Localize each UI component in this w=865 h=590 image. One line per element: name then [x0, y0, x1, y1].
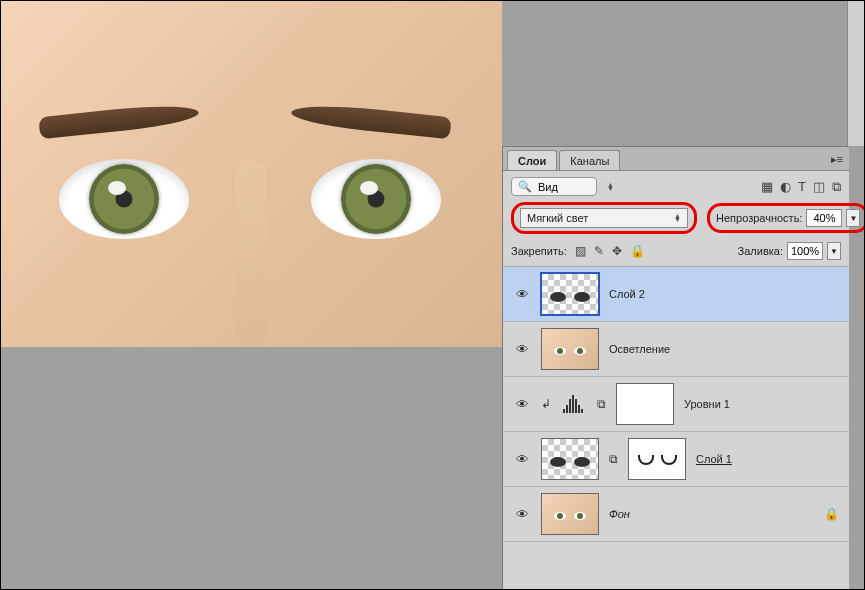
- fill-input[interactable]: [787, 242, 823, 260]
- search-icon: 🔍: [518, 180, 532, 193]
- tab-channels[interactable]: Каналы: [559, 150, 620, 170]
- adjustment-icons: ↲ ⧉: [541, 395, 606, 413]
- panel-dock-strip: [847, 1, 864, 146]
- layer-name[interactable]: Слой 2: [609, 288, 645, 300]
- image-content: [290, 101, 451, 140]
- visibility-toggle[interactable]: 👁: [513, 342, 531, 357]
- lock-icon: 🔒: [824, 507, 839, 521]
- levels-icon: [563, 395, 585, 413]
- opacity-dropdown-button[interactable]: ▼: [846, 209, 860, 227]
- document-image[interactable]: [1, 1, 502, 347]
- layer-name[interactable]: Фон: [609, 508, 630, 520]
- image-content: [38, 101, 199, 140]
- chevron-updown-icon: ▲▼: [604, 183, 614, 191]
- clip-down-icon: ↲: [541, 397, 551, 411]
- layer-thumbnail[interactable]: [541, 493, 599, 535]
- blend-mode-dropdown[interactable]: Мягкий свет ▲▼: [520, 208, 688, 228]
- filter-adjustment-icon[interactable]: ◐: [780, 179, 791, 195]
- layer-row[interactable]: 👁 ⧉ Слой 1: [503, 432, 849, 487]
- visibility-toggle[interactable]: 👁: [513, 287, 531, 302]
- filter-type-icon[interactable]: T: [798, 179, 806, 195]
- layers-panel: Слои Каналы ▸≡ 🔍 ▲▼ ▦ ◐ T ◫ ⧉ Мягкий све…: [502, 146, 849, 589]
- layer-thumbnail[interactable]: [541, 328, 599, 370]
- link-icon: ⧉: [609, 452, 618, 466]
- layer-name[interactable]: Слой 1: [696, 453, 732, 465]
- panel-tabs: Слои Каналы ▸≡: [503, 147, 849, 171]
- layer-thumbnail[interactable]: [541, 273, 599, 315]
- lock-all-icon[interactable]: 🔒: [630, 244, 645, 258]
- layer-name[interactable]: Уровни 1: [684, 398, 730, 410]
- layer-row[interactable]: 👁 Фон 🔒: [503, 487, 849, 542]
- filter-shape-icon[interactable]: ◫: [813, 179, 825, 195]
- layers-list: 👁 Слой 2 👁 Осветление 👁 ↲ ⧉ Уровн: [503, 267, 849, 589]
- layer-row[interactable]: 👁 ↲ ⧉ Уровни 1: [503, 377, 849, 432]
- lock-pixels-icon[interactable]: ✎: [594, 244, 604, 258]
- visibility-toggle[interactable]: 👁: [513, 452, 531, 467]
- image-content: [59, 159, 189, 239]
- fill-label: Заливка:: [738, 245, 783, 257]
- layer-thumbnail[interactable]: [541, 438, 599, 480]
- lock-label: Закрепить:: [511, 245, 567, 257]
- image-content: [311, 159, 441, 239]
- layer-mask-thumbnail[interactable]: [616, 383, 674, 425]
- layer-row[interactable]: 👁 Слой 2: [503, 267, 849, 322]
- blend-mode-callout: Мягкий свет ▲▼: [511, 202, 697, 234]
- visibility-toggle[interactable]: 👁: [513, 507, 531, 522]
- canvas-workspace[interactable]: [1, 1, 502, 590]
- visibility-toggle[interactable]: 👁: [513, 397, 531, 412]
- lock-row: Закрепить: ▨ ✎ ✥ 🔒 Заливка: ▼: [503, 240, 849, 267]
- filter-smartobject-icon[interactable]: ⧉: [832, 179, 841, 195]
- blend-opacity-row: Мягкий свет ▲▼ Непрозрачность: ▼: [503, 200, 849, 240]
- layer-row[interactable]: 👁 Осветление: [503, 322, 849, 377]
- layer-filter-row: 🔍 ▲▼ ▦ ◐ T ◫ ⧉: [503, 171, 849, 200]
- lock-position-icon[interactable]: ✥: [612, 244, 622, 258]
- chevron-updown-icon: ▲▼: [671, 214, 681, 222]
- lock-transparency-icon[interactable]: ▨: [575, 244, 586, 258]
- filter-pixel-icon[interactable]: ▦: [761, 179, 773, 195]
- panel-menu-icon[interactable]: ▸≡: [825, 149, 849, 170]
- opacity-input[interactable]: [806, 209, 842, 227]
- opacity-label: Непрозрачность:: [716, 212, 802, 224]
- fill-dropdown-button[interactable]: ▼: [827, 242, 841, 260]
- layer-name[interactable]: Осветление: [609, 343, 670, 355]
- image-content: [235, 161, 267, 347]
- layer-mask-thumbnail[interactable]: [628, 438, 686, 480]
- tab-layers[interactable]: Слои: [507, 150, 557, 170]
- link-icon: ⧉: [597, 397, 606, 411]
- blend-mode-value: Мягкий свет: [527, 212, 588, 224]
- opacity-callout: Непрозрачность: ▼: [707, 203, 865, 233]
- layer-filter-dropdown[interactable]: 🔍 ▲▼: [511, 177, 597, 196]
- layer-filter-input[interactable]: [538, 181, 598, 193]
